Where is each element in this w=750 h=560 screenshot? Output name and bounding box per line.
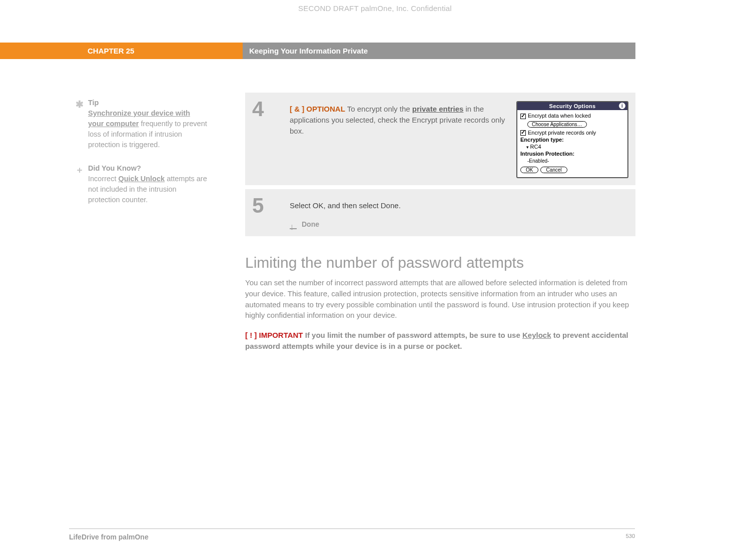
palm-titlebar: Security Options i (517, 102, 627, 110)
palm-row1-label: Encrypt data when locked (528, 113, 591, 119)
step-number-5: 5 (252, 195, 290, 216)
done-label: Done (302, 219, 319, 229)
keylock-link[interactable]: Keylock (522, 331, 551, 339)
encryption-type-dropdown[interactable]: RC4 (526, 144, 624, 150)
step4-pre: To encrypt only the (345, 105, 412, 113)
optional-tag: [ & ] OPTIONAL (290, 105, 345, 113)
sidebar: ✱ Tip Synchronize your device with your … (75, 98, 208, 218)
step-number-4: 4 (252, 99, 290, 120)
tip-block: ✱ Tip Synchronize your device with your … (75, 98, 208, 150)
step-5-text: Select OK, and then select Done. (290, 200, 628, 211)
chapter-number: CHAPTER 25 (0, 43, 243, 59)
section-heading: Limiting the number of password attempts (245, 254, 635, 271)
encryption-type-label: Encryption type: (520, 137, 624, 143)
chapter-bar: CHAPTER 25 Keeping Your Information Priv… (0, 43, 635, 59)
info-icon[interactable]: i (619, 103, 625, 109)
intrusion-value[interactable]: -Enabled- (527, 158, 549, 164)
step-4-text: [ & ] OPTIONAL To encrypt only the priva… (290, 99, 507, 178)
palm-encrypt-locked-row[interactable]: Encrypt data when locked (520, 113, 624, 119)
ok-button[interactable]: OK (520, 167, 538, 173)
didyouknow-block: + Did You Know? Incorrect Quick Unlock a… (75, 163, 208, 205)
choose-applications-button[interactable]: Choose Applications… (527, 121, 587, 128)
private-entries-link[interactable]: private entries (412, 105, 464, 113)
security-options-screenshot: Security Options i Encrypt data when loc… (516, 101, 628, 178)
important-pre: If you limit the number of password atte… (303, 331, 522, 339)
dyk-pre: Incorrect (88, 175, 118, 183)
dyk-heading: Did You Know? (88, 163, 208, 174)
section-body: You can set the number of incorrect pass… (245, 277, 635, 321)
draft-watermark: SECOND DRAFT palmOne, Inc. Confidential (0, 4, 750, 13)
tip-body: Synchronize your device with your comput… (88, 108, 208, 150)
chapter-title: Keeping Your Information Private (243, 43, 635, 59)
plus-icon: + (75, 163, 84, 177)
dyk-body: Incorrect Quick Unlock attempts are not … (88, 174, 208, 205)
tip-heading: Tip (88, 98, 208, 108)
cancel-button[interactable]: Cancel (540, 167, 567, 173)
main-column: 4 [ & ] OPTIONAL To encrypt only the pri… (245, 93, 635, 361)
palm-row2-label: Encrypt private records only (528, 130, 596, 136)
asterisk-icon: ✱ (75, 98, 84, 112)
done-indicator: Done (290, 219, 628, 229)
palm-encrypt-private-row[interactable]: Encrypt private records only (520, 130, 624, 136)
page-footer: LifeDrive from palmOne 530 (69, 528, 635, 541)
palm-title-text: Security Options (549, 103, 596, 109)
intrusion-protection-label: Intrusion Protection: (520, 151, 624, 157)
footer-product: LifeDrive from palmOne (69, 533, 149, 541)
checkbox-icon[interactable] (520, 114, 526, 119)
down-arrow-icon (290, 220, 298, 228)
checkbox-icon[interactable] (520, 130, 526, 136)
important-note: [ ! ] IMPORTANT If you limit the number … (245, 330, 635, 352)
step-5: 5 Select OK, and then select Done. Done (245, 189, 635, 236)
dyk-link[interactable]: Quick Unlock (118, 175, 165, 183)
page-number: 530 (626, 533, 635, 541)
step-4: 4 [ & ] OPTIONAL To encrypt only the pri… (245, 93, 635, 185)
important-tag: [ ! ] IMPORTANT (245, 331, 303, 339)
